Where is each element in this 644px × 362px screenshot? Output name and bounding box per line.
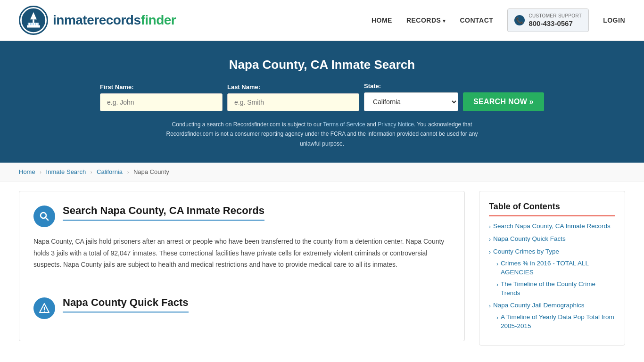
section2: Napa County Quick Facts: [33, 284, 450, 319]
first-name-group: First Name:: [100, 83, 223, 111]
section1-header: Search Napa County, CA Inmate Records: [33, 205, 450, 227]
toc-subarrow-4-1: ›: [496, 314, 498, 322]
state-select[interactable]: California: [364, 92, 458, 111]
toc-item-3: › County Crimes by Type › Crimes % in 20…: [489, 247, 615, 297]
toc-sublink-4-1[interactable]: › A Timeline of Yearly Data Pop Total fr…: [496, 313, 615, 331]
content-right: Table of Contents › Search Napa County, …: [479, 191, 625, 346]
toc-sublabel-3-1: Crimes % in 2016 - TOTAL ALL AGENCIES: [501, 259, 615, 277]
nav-contact[interactable]: CONTACT: [460, 16, 493, 24]
svg-rect-4: [33, 19, 34, 23]
toc-sublabel-4-1: A Timeline of Yearly Data Pop Total from…: [501, 313, 615, 331]
search-form: First Name: Last Name: State: California…: [19, 82, 625, 111]
toc-arrow-3: ›: [489, 248, 491, 256]
logo-icon: [19, 6, 48, 35]
breadcrumb-sep-2: ›: [91, 169, 92, 175]
phone-icon: 📞: [514, 15, 525, 25]
toc-link-1[interactable]: › Search Napa County, CA Inmate Records: [489, 222, 615, 231]
toc-sublink-3-1[interactable]: › Crimes % in 2016 - TOTAL ALL AGENCIES: [496, 259, 615, 277]
state-group: State: California: [364, 82, 458, 111]
svg-line-11: [46, 218, 49, 221]
hero-title: Napa County, CA Inmate Search: [19, 58, 625, 72]
nav-home[interactable]: HOME: [372, 16, 392, 24]
toc-label-4: Napa County Jail Demographics: [493, 301, 585, 310]
breadcrumb-california[interactable]: California: [97, 168, 123, 175]
hero-section: Napa County, CA Inmate Search First Name…: [0, 41, 644, 163]
breadcrumb-sep-1: ›: [40, 169, 41, 175]
main-nav: HOME RECORDS CONTACT 📞 CUSTOMER SUPPORT …: [372, 8, 625, 33]
terms-link[interactable]: Terms of Service: [323, 121, 365, 128]
search-button[interactable]: SEARCH NOW »: [463, 92, 544, 111]
content-card: Search Napa County, CA Inmate Records Na…: [19, 191, 465, 341]
toc-sublink-3-2[interactable]: › The Timeline of the County Crime Trend…: [496, 280, 615, 298]
section1-title: Search Napa County, CA Inmate Records: [63, 205, 264, 221]
state-label: State:: [364, 82, 381, 90]
toc-sub-4: › A Timeline of Yearly Data Pop Total fr…: [496, 313, 615, 331]
first-name-label: First Name:: [100, 83, 134, 90]
alert-icon-circle: [33, 297, 55, 319]
toc-card: Table of Contents › Search Napa County, …: [479, 191, 625, 346]
toc-label-2: Napa County Quick Facts: [493, 235, 566, 244]
hero-disclaimer: Conducting a search on Recordsfinder.com…: [157, 120, 487, 148]
toc-subitem-3-1: › Crimes % in 2016 - TOTAL ALL AGENCIES: [496, 259, 615, 277]
logo-text: inmaterecordsfinder: [53, 13, 176, 28]
svg-rect-7: [33, 23, 34, 25]
breadcrumb-inmate-search[interactable]: Inmate Search: [46, 168, 86, 175]
toc-arrow-4: ›: [489, 302, 491, 310]
toc-arrow-1: ›: [489, 223, 491, 231]
last-name-group: Last Name:: [227, 83, 359, 111]
search-icon-circle: [33, 206, 55, 227]
privacy-link[interactable]: Privacy Notice: [378, 121, 414, 128]
section1-body: Napa County, CA jails hold prisoners aft…: [33, 236, 450, 271]
breadcrumb-current: Napa County: [133, 168, 169, 175]
toc-item-2: › Napa County Quick Facts: [489, 235, 615, 244]
content-left: Search Napa County, CA Inmate Records Na…: [19, 191, 479, 346]
toc-link-2[interactable]: › Napa County Quick Facts: [489, 235, 615, 244]
breadcrumb-sep-3: ›: [127, 169, 129, 175]
last-name-label: Last Name:: [227, 83, 260, 90]
nav-records[interactable]: RECORDS: [406, 16, 446, 24]
toc-subitem-4-1: › A Timeline of Yearly Data Pop Total fr…: [496, 313, 615, 331]
svg-rect-5: [28, 23, 29, 25]
support-phone: 800-433-0567: [528, 19, 582, 28]
first-name-input[interactable]: [100, 93, 223, 111]
svg-rect-8: [35, 23, 36, 25]
toc-item-1: › Search Napa County, CA Inmate Records: [489, 222, 615, 231]
toc-sub-3: › Crimes % in 2016 - TOTAL ALL AGENCIES …: [496, 259, 615, 298]
toc-list: › Search Napa County, CA Inmate Records …: [489, 222, 615, 331]
toc-subarrow-3-1: ›: [496, 260, 498, 268]
breadcrumb: Home › Inmate Search › California › Napa…: [0, 163, 644, 181]
login-button[interactable]: LOGIN: [603, 16, 625, 24]
support-box[interactable]: 📞 CUSTOMER SUPPORT 800-433-0567: [507, 8, 589, 33]
svg-rect-9: [38, 23, 39, 25]
toc-label-1: Search Napa County, CA Inmate Records: [493, 222, 611, 231]
support-label: CUSTOMER SUPPORT: [528, 13, 582, 19]
main-content: Search Napa County, CA Inmate Records Na…: [0, 181, 644, 355]
toc-link-3[interactable]: › County Crimes by Type: [489, 247, 615, 256]
last-name-input[interactable]: [227, 93, 359, 111]
section2-title: Napa County Quick Facts: [63, 296, 189, 313]
toc-subitem-3-2: › The Timeline of the County Crime Trend…: [496, 280, 615, 298]
toc-title: Table of Contents: [489, 202, 615, 216]
toc-sublabel-3-2: The Timeline of the County Crime Trends: [501, 280, 615, 298]
toc-link-4[interactable]: › Napa County Jail Demographics: [489, 301, 615, 310]
toc-label-3: County Crimes by Type: [493, 247, 559, 256]
toc-arrow-2: ›: [489, 236, 491, 244]
breadcrumb-home[interactable]: Home: [19, 168, 35, 175]
svg-point-13: [44, 310, 45, 311]
logo-area: inmaterecordsfinder: [19, 6, 176, 35]
logo-main-text: inmaterecords: [53, 13, 140, 27]
toc-subarrow-3-2: ›: [496, 281, 498, 289]
logo-bold-text: finder: [140, 13, 176, 27]
section2-header: Napa County Quick Facts: [33, 296, 450, 319]
toc-item-4: › Napa County Jail Demographics › A Time…: [489, 301, 615, 331]
svg-rect-6: [30, 23, 32, 25]
header: inmaterecordsfinder HOME RECORDS CONTACT…: [0, 0, 644, 41]
